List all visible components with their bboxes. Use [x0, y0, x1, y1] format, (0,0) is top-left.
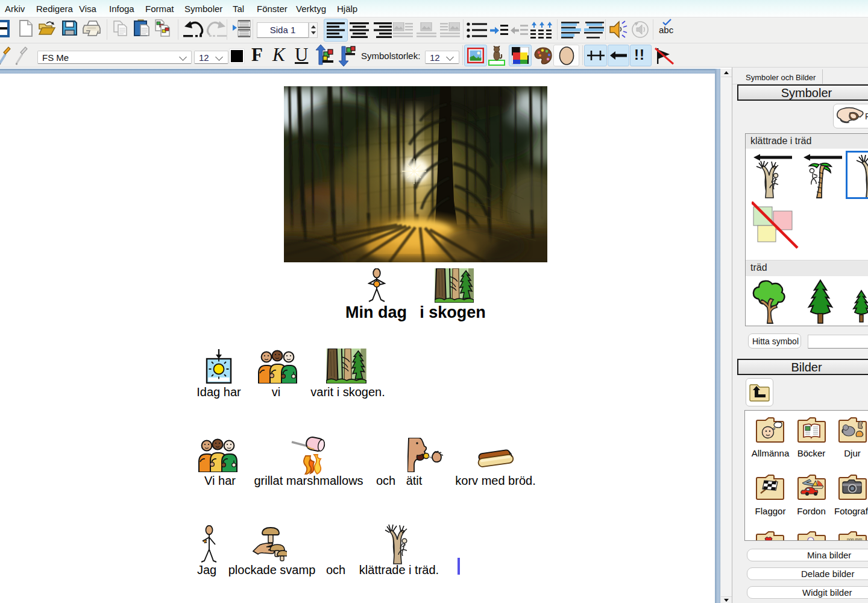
svg-text:pop mm: pop mm — [847, 537, 862, 541]
